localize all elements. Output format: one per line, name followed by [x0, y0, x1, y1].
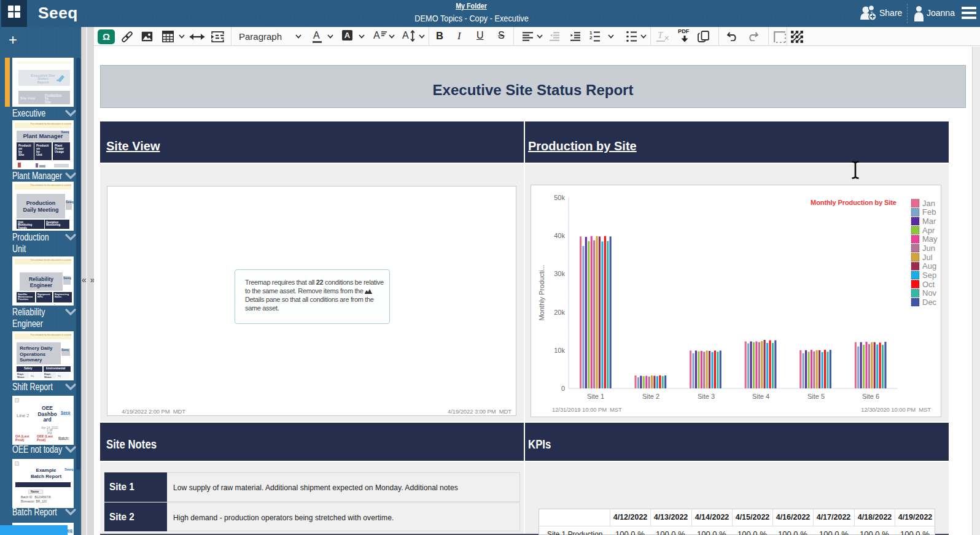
svg-text:2: 2 [589, 35, 593, 40]
svg-text:50k: 50k [554, 194, 565, 201]
svg-text:Site 6: Site 6 [862, 393, 879, 400]
svg-text:Sep: Sep [922, 271, 936, 280]
svg-text:Mar: Mar [922, 217, 936, 226]
svg-text:Site 4: Site 4 [752, 393, 769, 400]
svg-text:Jul: Jul [922, 253, 933, 262]
svg-text:May: May [922, 234, 938, 244]
svg-text:Site 5: Site 5 [807, 393, 825, 400]
svg-text:Oct: Oct [922, 280, 935, 289]
svg-text:0: 0 [561, 385, 565, 392]
svg-text:Nov: Nov [922, 288, 937, 298]
svg-text:20k: 20k [554, 309, 565, 316]
svg-text:Site 2: Site 2 [642, 393, 659, 400]
svg-text:Jan: Jan [922, 199, 935, 208]
svg-text:Feb: Feb [922, 207, 936, 217]
svg-text:10k: 10k [554, 347, 565, 354]
svg-text:Site 3: Site 3 [698, 393, 715, 400]
svg-text:Site 1: Site 1 [587, 393, 604, 400]
svg-text:40k: 40k [554, 232, 565, 239]
svg-text:Monthly Production by Site: Monthly Production by Site [811, 199, 896, 206]
svg-text:Apr: Apr [922, 226, 935, 235]
svg-text:Dec: Dec [922, 298, 937, 307]
svg-text:Jun: Jun [922, 244, 935, 253]
svg-text:Aug: Aug [922, 261, 936, 271]
svg-text:30k: 30k [554, 270, 565, 277]
svg-text:Monthly Producti...: Monthly Producti... [538, 264, 545, 320]
